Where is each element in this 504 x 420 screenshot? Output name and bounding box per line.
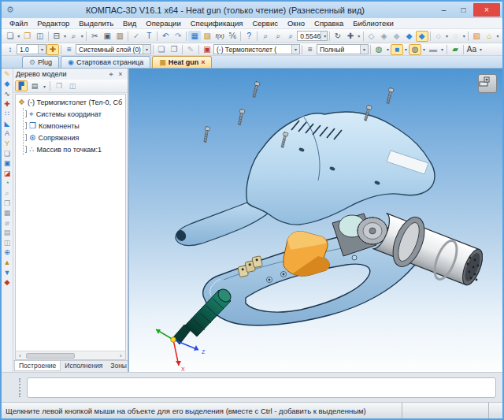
shaded-edges-mode-button[interactable]: ◆ bbox=[416, 31, 428, 42]
menu-edit[interactable]: Редактор bbox=[32, 19, 74, 28]
undo-button[interactable]: ↶ bbox=[159, 31, 172, 42]
fx-variables-button[interactable]: f(x) bbox=[213, 31, 226, 42]
panel-tool-spline-icon[interactable]: ∿ bbox=[2, 89, 13, 99]
combo-arrow-icon[interactable]: ▾ bbox=[143, 45, 150, 54]
open-button[interactable]: ❐ bbox=[21, 31, 34, 42]
viewport-3d[interactable]: X Z bbox=[128, 69, 502, 372]
tree-list-dropdown-icon[interactable]: ▾ bbox=[42, 84, 47, 89]
tab-close-icon[interactable]: × bbox=[201, 58, 205, 66]
model-trigger-switch[interactable] bbox=[284, 232, 329, 277]
panel-tool-surface-icon[interactable]: ◣ bbox=[2, 119, 13, 129]
expand-icon[interactable]: + bbox=[25, 134, 27, 141]
perspective-button[interactable]: ▰ bbox=[449, 44, 461, 55]
detail-level-combo[interactable]: Полный ▾ bbox=[317, 44, 369, 54]
hidden-lines-mode-button[interactable]: ◈ bbox=[378, 31, 391, 42]
scroll-left-icon[interactable]: ‹ bbox=[16, 353, 24, 359]
sketch-mode-button[interactable]: ⌂ bbox=[483, 31, 495, 42]
close-button[interactable]: × bbox=[473, 3, 500, 17]
textured-display-button[interactable]: ◍ bbox=[409, 44, 421, 55]
selection-box-button[interactable]: ▧ bbox=[470, 31, 483, 42]
cut-button[interactable]: ✂ bbox=[88, 31, 101, 42]
zoom-area-button[interactable]: ⌕ bbox=[284, 31, 297, 42]
expand-icon[interactable]: + bbox=[25, 110, 27, 117]
panel-tool-sheet-icon[interactable]: ❏ bbox=[2, 149, 13, 159]
units-button[interactable]: ⅚ bbox=[226, 31, 239, 42]
tab-plug[interactable]: ⚙ Plug bbox=[22, 56, 59, 68]
save-button[interactable]: ◫ bbox=[34, 31, 46, 42]
expand-icon[interactable]: + bbox=[25, 146, 27, 153]
menu-view[interactable]: Вид bbox=[118, 19, 141, 28]
sketch-dropdown-icon[interactable]: ▾ bbox=[495, 33, 500, 39]
detail-level-icon[interactable]: ≡ bbox=[304, 44, 317, 55]
panel-tool-diameter-icon[interactable]: ⌀ bbox=[2, 218, 13, 229]
redo-button[interactable]: ↷ bbox=[172, 31, 184, 42]
panel-tool-add-icon[interactable]: ⊕ bbox=[2, 248, 13, 258]
print-dropdown-icon[interactable]: ▾ bbox=[63, 33, 68, 39]
snap-settings-button[interactable]: ✚ bbox=[46, 44, 59, 55]
tab-construction[interactable]: Построение bbox=[14, 361, 61, 371]
layers-button[interactable]: ≡ bbox=[63, 44, 76, 55]
menu-window[interactable]: Окно bbox=[283, 19, 309, 28]
panel-tool-check-icon[interactable]: ◔ bbox=[2, 179, 13, 189]
panel-tool-feature-icon[interactable]: ◪ bbox=[2, 169, 13, 179]
menu-specification[interactable]: Спецификация bbox=[186, 19, 248, 28]
copy-button[interactable]: ▣ bbox=[101, 31, 113, 42]
tree-node-coordinate-systems[interactable]: + ⌖ Системы координат bbox=[25, 108, 125, 120]
print-button[interactable]: ⊟ bbox=[50, 31, 63, 42]
panel-tool-edit-icon[interactable]: ✎ bbox=[2, 69, 13, 80]
menu-file[interactable]: Файл bbox=[5, 19, 32, 28]
tree-executions-button[interactable]: ◫ bbox=[66, 80, 79, 91]
tree-node-mates[interactable]: + ⊛ Сопряжения bbox=[25, 132, 125, 143]
section-display-button[interactable]: ◍ bbox=[372, 44, 385, 55]
layer-combo[interactable]: Системный слой (0) ▾ bbox=[76, 44, 151, 54]
scroll-right-icon[interactable]: › bbox=[117, 353, 125, 359]
combo-arrow-icon[interactable]: ▾ bbox=[321, 32, 328, 40]
maximize-button[interactable]: □ bbox=[454, 3, 473, 17]
zoom-out-button[interactable]: ⌕ bbox=[259, 31, 272, 42]
expand-icon[interactable]: + bbox=[25, 122, 27, 129]
text-dropdown-icon[interactable]: ▾ bbox=[478, 46, 484, 52]
tree-node-components[interactable]: + ❐ Компоненты bbox=[25, 120, 125, 132]
no-hidden-mode-button[interactable]: ◆ bbox=[391, 31, 403, 42]
preview-dropdown-icon[interactable]: ▾ bbox=[80, 33, 85, 39]
pan-dropdown-icon[interactable]: ▾ bbox=[357, 33, 361, 39]
panel-tool-report-icon[interactable]: ▣ bbox=[2, 158, 13, 169]
pin-icon[interactable]: ⌖ bbox=[106, 69, 116, 79]
hide-components-button[interactable]: ◌ bbox=[449, 31, 461, 42]
tab-executions[interactable]: Исполнения bbox=[61, 361, 106, 370]
insert-table-button[interactable]: T bbox=[143, 31, 155, 42]
menu-help[interactable]: Справка bbox=[309, 19, 348, 28]
edit-inplace-button[interactable]: ✎ bbox=[184, 44, 197, 55]
current-component-icon[interactable]: ▣ bbox=[201, 44, 213, 55]
new-sheet-button[interactable]: ❏ bbox=[155, 44, 168, 55]
panel-tool-list-icon[interactable]: ▤ bbox=[2, 229, 13, 239]
menu-select[interactable]: Выделить bbox=[74, 19, 118, 28]
zoom-in-button[interactable]: ⌕ bbox=[272, 31, 284, 42]
tree-structure-button[interactable]: ▛ bbox=[15, 80, 28, 91]
panel-tool-axis-icon[interactable]: ✚ bbox=[2, 99, 13, 110]
ground-dropdown-icon[interactable]: ▾ bbox=[439, 46, 445, 52]
context-help-button[interactable]: ? bbox=[243, 31, 255, 42]
panel-tool-array-icon[interactable]: ∷ bbox=[2, 109, 13, 119]
panel-tool-window-icon[interactable]: ◫ bbox=[2, 238, 13, 248]
panel-tool-find-icon[interactable]: ⌕ bbox=[2, 188, 13, 199]
ground-display-button[interactable]: ▬ bbox=[427, 44, 439, 55]
property-message-box[interactable] bbox=[27, 377, 496, 398]
tree-horizontal-scrollbar[interactable]: ‹ › bbox=[16, 351, 125, 359]
calculator-button[interactable]: ▦ bbox=[188, 31, 201, 42]
section-dropdown-icon[interactable]: ▾ bbox=[385, 46, 391, 52]
new-document-button[interactable]: ❏ bbox=[4, 31, 17, 42]
panel-tool-annotation-icon[interactable]: A bbox=[2, 129, 13, 139]
textured-dropdown-icon[interactable]: ▾ bbox=[421, 46, 427, 52]
paste-button[interactable]: ▥ bbox=[113, 31, 126, 42]
menu-libraries[interactable]: Библиотеки bbox=[348, 19, 398, 28]
panel-tool-copy-icon[interactable]: ❐ bbox=[2, 199, 13, 209]
tree-node-point-array[interactable]: + ∴ Массив по точкам:1 bbox=[25, 143, 125, 155]
combo-arrow-icon[interactable]: ▾ bbox=[291, 45, 299, 54]
menu-operations[interactable]: Операции bbox=[141, 19, 185, 28]
text-annotation-button[interactable]: Аа bbox=[465, 44, 478, 55]
hide-objects-button[interactable]: ◌ bbox=[432, 31, 445, 42]
panel-tool-measure-icon[interactable]: Y bbox=[2, 139, 13, 149]
wireframe-mode-button[interactable]: ◇ bbox=[365, 31, 378, 42]
variables-button[interactable]: ▨ bbox=[201, 31, 213, 42]
